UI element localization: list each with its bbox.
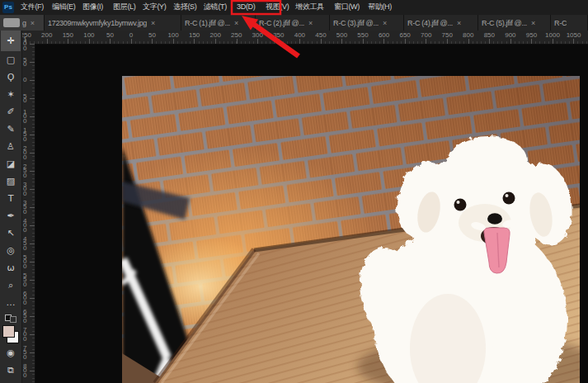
screen-mode-icon: ⧉ — [7, 366, 14, 375]
document-tab-0[interactable]: g× — [0, 15, 45, 31]
v-ruler-label: 50 — [23, 58, 26, 67]
h-ruler-label: 50 — [148, 31, 156, 39]
h-ruler-label: 900 — [505, 31, 515, 39]
h-ruler-label: 950 — [526, 31, 537, 39]
pen-tool[interactable]: ✒ — [1, 207, 21, 225]
rectangular-marquee-tool[interactable]: ▢ — [1, 51, 21, 69]
screen-mode[interactable]: ⧉ — [1, 362, 21, 379]
clone-stamp-tool[interactable]: ♙ — [1, 138, 21, 155]
path-selection-tool[interactable]: ↖ — [1, 225, 21, 242]
h-ruler-label: 1000 — [545, 31, 560, 39]
type-tool[interactable]: T — [1, 190, 21, 207]
magic-wand-tool-icon: ✶ — [7, 90, 14, 99]
magic-wand-tool[interactable]: ✶ — [1, 86, 21, 103]
h-ruler-label: 200 — [41, 31, 52, 39]
v-ruler-label: 300 — [23, 182, 26, 196]
shape-tool[interactable]: ◎ — [1, 242, 21, 259]
document-tab-2[interactable]: R-C (1).jfif @...× — [181, 15, 256, 31]
tab-close-icon[interactable]: × — [31, 19, 35, 27]
h-ruler-label: 250 — [231, 31, 242, 39]
v-ruler-label: 650 — [23, 310, 26, 324]
tab-label: g — [22, 19, 26, 27]
zoom-tool[interactable]: ⌕ — [1, 277, 21, 294]
menu-item-8[interactable]: 视图(V) — [266, 0, 289, 15]
tab-label: R-C (3).jfif @... — [333, 19, 379, 27]
quick-mask-mode[interactable]: ◉ — [1, 344, 21, 362]
h-ruler-label: 800 — [463, 31, 473, 39]
document-tab-4[interactable]: R-C (3).jfif @...× — [330, 15, 404, 31]
menu-item-3d[interactable]: 3D(D) — [237, 0, 256, 15]
h-ruler-label: 450 — [315, 31, 326, 39]
h-ruler-label: 850 — [484, 31, 495, 39]
shape-tool-icon: ◎ — [7, 246, 15, 255]
v-ruler-label: 600 — [23, 291, 26, 305]
type-tool-icon: T — [8, 194, 14, 203]
tools-top-group: ✛▢Ϙ✶✐✎♙◪▨T✒↖◎ω⌕… — [1, 31, 21, 311]
v-ruler-label: 100 — [23, 110, 26, 124]
foreground-color-swatch[interactable] — [2, 325, 15, 338]
menu-item-11[interactable]: 帮助(H) — [368, 0, 392, 15]
tab-close-icon[interactable]: × — [531, 19, 535, 27]
menu-item-0[interactable]: 文件(F) — [21, 0, 44, 15]
h-ruler-label: 0 — [129, 31, 133, 39]
photoshop-window: Ps 文件(F)编辑(E)图像(I)图层(L)文字(Y)选择(S)滤镜(T)3D… — [0, 0, 588, 383]
h-ruler-label: 750 — [442, 31, 453, 39]
v-ruler-label: 250 — [23, 164, 26, 178]
menu-item-4[interactable]: 文字(Y) — [143, 0, 167, 15]
document-tab-1[interactable]: 172309mwkyvmfyky1bymwv.jpg× — [45, 15, 181, 31]
h-ruler-label: 100 — [167, 31, 178, 39]
v-ruler-label: 450 — [23, 237, 26, 251]
document-tab-5[interactable]: R-C (4).jfif @...× — [404, 15, 478, 31]
menu-item-5[interactable]: 选择(S) — [173, 0, 197, 15]
h-ruler-label: 600 — [379, 31, 389, 39]
v-ruler-label: 100 — [23, 37, 26, 51]
menu-item-1[interactable]: 编辑(E) — [52, 0, 76, 15]
h-ruler-label: 550 — [357, 31, 368, 39]
quick-mask-mode-icon: ◉ — [7, 348, 15, 357]
document-tab-3[interactable]: R-C (2).jfif @...× — [256, 15, 330, 31]
eyedropper-tool[interactable]: ✐ — [1, 103, 21, 121]
tab-label: R-C (1).jfif @... — [185, 19, 230, 27]
lasso-tool[interactable]: Ϙ — [1, 69, 21, 86]
move-tool[interactable]: ✛ — [1, 31, 21, 51]
rectangular-marquee-tool-icon: ▢ — [7, 55, 15, 64]
h-ruler-label: 300 — [252, 31, 263, 39]
brush-tool[interactable]: ✎ — [1, 121, 21, 138]
menu-item-3[interactable]: 图层(L) — [113, 0, 136, 15]
more-options[interactable]: … — [1, 294, 21, 311]
h-ruler-label: 200 — [210, 31, 221, 39]
tab-label: R-C (5).jfif @... — [482, 19, 527, 27]
tab-close-icon[interactable]: × — [457, 19, 461, 27]
h-ruler-label: 500 — [336, 31, 347, 39]
tab-close-icon[interactable]: × — [234, 19, 238, 27]
tab-thumbnail — [3, 18, 20, 27]
tab-close-icon[interactable]: × — [383, 19, 387, 27]
document-image[interactable] — [122, 76, 580, 383]
document-tab-bar: g×172309mwkyvmfyky1bymwv.jpg×R-C (1).jfi… — [0, 15, 588, 31]
pen-tool-icon: ✒ — [7, 211, 14, 220]
eraser-tool[interactable]: ◪ — [1, 155, 21, 173]
gradient-tool-icon: ▨ — [7, 177, 15, 186]
tools-bottom-group: ◉⧉ — [1, 344, 21, 379]
hand-tool[interactable]: ω — [1, 259, 21, 277]
tab-label: R-C — [554, 19, 567, 27]
tab-close-icon[interactable]: × — [151, 19, 155, 27]
default-colors-icon[interactable] — [5, 314, 16, 323]
document-tab-7[interactable]: R-C — [551, 15, 588, 31]
h-ruler-label: 50 — [106, 31, 114, 39]
menu-item-2[interactable]: 图像(I) — [82, 0, 103, 15]
color-swatches[interactable] — [2, 325, 19, 343]
v-ruler-label: 700 — [23, 328, 26, 342]
menu-item-6[interactable]: 滤镜(T) — [204, 0, 227, 15]
vertical-ruler[interactable]: 1005005010015020025030035040045050055060… — [21, 44, 35, 383]
horizontal-ruler[interactable]: 2502001501005005010015020025030035040045… — [21, 31, 588, 45]
document-tab-6[interactable]: R-C (5).jfif @...× — [478, 15, 551, 31]
gradient-tool[interactable]: ▨ — [1, 173, 21, 190]
menu-item-9[interactable]: 增效工具 — [295, 0, 324, 15]
v-ruler-label: 400 — [23, 219, 26, 233]
v-ruler-label: 200 — [23, 146, 26, 160]
v-ruler-label: 150 — [23, 128, 26, 142]
h-ruler-label: 100 — [83, 31, 94, 39]
tab-close-icon[interactable]: × — [308, 19, 313, 27]
menu-item-10[interactable]: 窗口(W) — [334, 0, 360, 15]
